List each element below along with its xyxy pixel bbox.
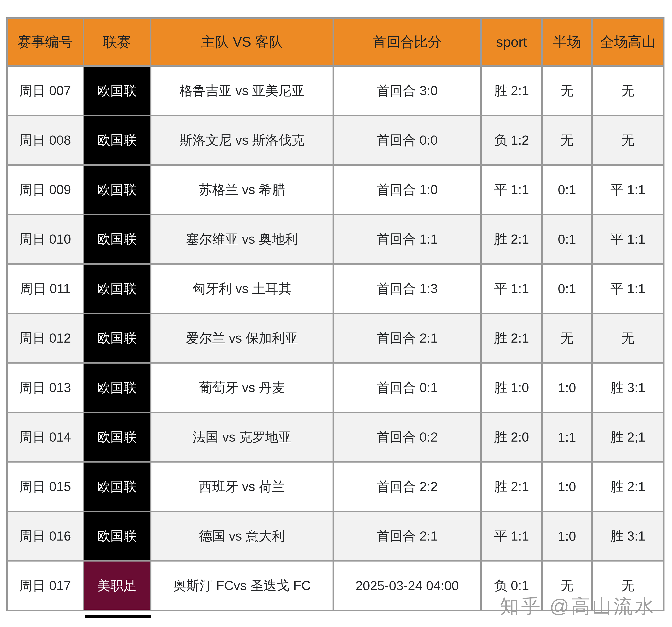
league-badge: 欧国联	[83, 215, 151, 264]
table-row: 周日 014 欧国联 法国 vs 克罗地亚 首回合 0:2 胜 2:0 1:1 …	[7, 412, 664, 462]
first-leg-cell: 首回合 1:0	[333, 165, 481, 215]
full-cell: 胜 3:1	[592, 363, 664, 412]
half-cell: 0:1	[542, 264, 592, 314]
table-row: 周日 007 欧国联 格鲁吉亚 vs 亚美尼亚 首回合 3:0 胜 2:1 无 …	[7, 66, 664, 116]
league-badge: 欧国联	[83, 363, 151, 412]
match-id-cell: 周日 015	[7, 462, 83, 511]
league-column-tail-strip	[85, 615, 151, 618]
full-cell: 胜 2;1	[592, 412, 664, 462]
first-leg-cell: 首回合 1:3	[333, 264, 481, 314]
sport-cell: 胜 2:1	[481, 314, 542, 363]
header-teams: 主队 VS 客队	[151, 18, 333, 66]
teams-cell: 奥斯汀 FCvs 圣迭戈 FC	[151, 561, 333, 610]
full-cell: 无	[592, 66, 664, 116]
half-cell: 1:0	[542, 511, 592, 561]
first-leg-cell: 首回合 3:0	[333, 66, 481, 116]
half-cell: 1:0	[542, 462, 592, 511]
table-row: 周日 012 欧国联 爱尔兰 vs 保加利亚 首回合 2:1 胜 2:1 无 无	[7, 314, 664, 363]
table-row: 周日 008 欧国联 斯洛文尼 vs 斯洛伐克 首回合 0:0 负 1:2 无 …	[7, 116, 664, 165]
full-cell: 无	[592, 314, 664, 363]
match-results-table: 赛事编号 联赛 主队 VS 客队 首回合比分 sport 半场 全场高山 周日 …	[6, 17, 665, 611]
teams-cell: 西班牙 vs 荷兰	[151, 462, 333, 511]
half-cell: 1:0	[542, 363, 592, 412]
sport-cell: 胜 2:1	[481, 215, 542, 264]
teams-cell: 斯洛文尼 vs 斯洛伐克	[151, 116, 333, 165]
teams-cell: 匈牙利 vs 土耳其	[151, 264, 333, 314]
header-first-leg: 首回合比分	[333, 18, 481, 66]
first-leg-cell: 2025-03-24 04:00	[333, 561, 481, 610]
header-row: 赛事编号 联赛 主队 VS 客队 首回合比分 sport 半场 全场高山	[7, 18, 664, 66]
sport-cell: 平 1:1	[481, 264, 542, 314]
teams-cell: 德国 vs 意大利	[151, 511, 333, 561]
match-id-cell: 周日 013	[7, 363, 83, 412]
first-leg-cell: 首回合 2:2	[333, 462, 481, 511]
watermark: 知乎 @高山流水	[500, 594, 656, 620]
sport-cell: 胜 1:0	[481, 363, 542, 412]
full-cell: 胜 2:1	[592, 462, 664, 511]
half-cell: 无	[542, 116, 592, 165]
match-id-cell: 周日 017	[7, 561, 83, 610]
first-leg-cell: 首回合 2:1	[333, 511, 481, 561]
match-id-cell: 周日 016	[7, 511, 83, 561]
half-cell: 无	[542, 66, 592, 116]
half-cell: 1:1	[542, 412, 592, 462]
page: 赛事编号 联赛 主队 VS 客队 首回合比分 sport 半场 全场高山 周日 …	[0, 0, 672, 627]
league-badge: 美职足	[83, 561, 151, 610]
table-row: 周日 013 欧国联 葡萄牙 vs 丹麦 首回合 0:1 胜 1:0 1:0 胜…	[7, 363, 664, 412]
full-cell: 无	[592, 116, 664, 165]
league-badge: 欧国联	[83, 116, 151, 165]
league-badge: 欧国联	[83, 264, 151, 314]
match-id-cell: 周日 014	[7, 412, 83, 462]
sport-cell: 平 1:1	[481, 165, 542, 215]
match-id-cell: 周日 007	[7, 66, 83, 116]
sport-cell: 胜 2:1	[481, 66, 542, 116]
table-row: 周日 009 欧国联 苏格兰 vs 希腊 首回合 1:0 平 1:1 0:1 平…	[7, 165, 664, 215]
first-leg-cell: 首回合 0:1	[333, 363, 481, 412]
sport-cell: 胜 2:0	[481, 412, 542, 462]
league-badge: 欧国联	[83, 165, 151, 215]
header-league: 联赛	[83, 18, 151, 66]
teams-cell: 葡萄牙 vs 丹麦	[151, 363, 333, 412]
table-row: 周日 016 欧国联 德国 vs 意大利 首回合 2:1 平 1:1 1:0 胜…	[7, 511, 664, 561]
table-row: 周日 011 欧国联 匈牙利 vs 土耳其 首回合 1:3 平 1:1 0:1 …	[7, 264, 664, 314]
header-half: 半场	[542, 18, 592, 66]
league-badge: 欧国联	[83, 66, 151, 116]
header-sport: sport	[481, 18, 542, 66]
half-cell: 0:1	[542, 215, 592, 264]
first-leg-cell: 首回合 1:1	[333, 215, 481, 264]
teams-cell: 塞尔维亚 vs 奥地利	[151, 215, 333, 264]
teams-cell: 爱尔兰 vs 保加利亚	[151, 314, 333, 363]
half-cell: 无	[542, 314, 592, 363]
league-badge: 欧国联	[83, 412, 151, 462]
table-row: 周日 010 欧国联 塞尔维亚 vs 奥地利 首回合 1:1 胜 2:1 0:1…	[7, 215, 664, 264]
header-full: 全场高山	[592, 18, 664, 66]
match-id-cell: 周日 008	[7, 116, 83, 165]
sport-cell: 平 1:1	[481, 511, 542, 561]
sport-cell: 负 1:2	[481, 116, 542, 165]
match-id-cell: 周日 009	[7, 165, 83, 215]
match-id-cell: 周日 010	[7, 215, 83, 264]
match-id-cell: 周日 011	[7, 264, 83, 314]
league-badge: 欧国联	[83, 314, 151, 363]
header-match-id: 赛事编号	[7, 18, 83, 66]
teams-cell: 苏格兰 vs 希腊	[151, 165, 333, 215]
full-cell: 平 1:1	[592, 264, 664, 314]
league-badge: 欧国联	[83, 511, 151, 561]
teams-cell: 格鲁吉亚 vs 亚美尼亚	[151, 66, 333, 116]
league-badge: 欧国联	[83, 462, 151, 511]
first-leg-cell: 首回合 2:1	[333, 314, 481, 363]
full-cell: 平 1:1	[592, 165, 664, 215]
table-row: 周日 015 欧国联 西班牙 vs 荷兰 首回合 2:2 胜 2:1 1:0 胜…	[7, 462, 664, 511]
teams-cell: 法国 vs 克罗地亚	[151, 412, 333, 462]
full-cell: 胜 3:1	[592, 511, 664, 561]
first-leg-cell: 首回合 0:0	[333, 116, 481, 165]
first-leg-cell: 首回合 0:2	[333, 412, 481, 462]
match-id-cell: 周日 012	[7, 314, 83, 363]
sport-cell: 胜 2:1	[481, 462, 542, 511]
full-cell: 平 1:1	[592, 215, 664, 264]
half-cell: 0:1	[542, 165, 592, 215]
